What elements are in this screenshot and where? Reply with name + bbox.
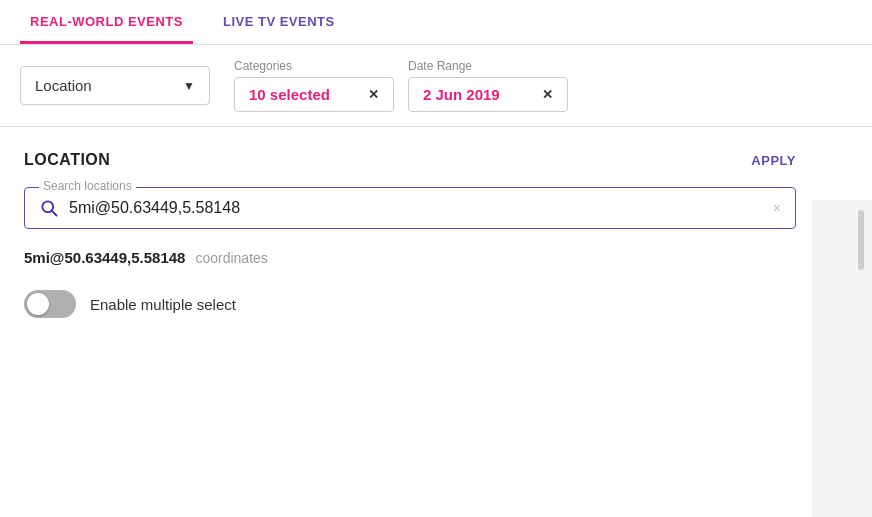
categories-filter-box[interactable]: 10 selected ✕ <box>234 77 394 112</box>
date-range-filter-box[interactable]: 2 Jun 2019 ✕ <box>408 77 568 112</box>
coord-value: 5mi@50.63449,5.58148 <box>24 249 185 266</box>
location-panel: LOCATION APPLY Search locations × 5mi@50… <box>0 127 820 338</box>
toggle-thumb <box>27 293 49 315</box>
scrollbar-thumb[interactable] <box>858 210 864 270</box>
svg-line-1 <box>52 211 57 216</box>
filter-row: Location ▼ Categories 10 selected ✕ Date… <box>0 45 872 127</box>
tabs-bar: Real-World Events Live TV Events <box>0 0 872 45</box>
right-scroll-area <box>812 200 872 517</box>
date-range-clear-icon[interactable]: ✕ <box>542 87 553 102</box>
multiple-select-label: Enable multiple select <box>90 296 236 313</box>
multiple-select-toggle-row: Enable multiple select <box>24 290 796 318</box>
date-range-filter-group: Date Range 2 Jun 2019 ✕ <box>408 59 568 112</box>
search-input-row: × <box>25 188 795 228</box>
location-panel-header: LOCATION APPLY <box>24 151 796 169</box>
tab-real-world-events[interactable]: Real-World Events <box>20 0 193 44</box>
search-clear-icon[interactable]: × <box>773 200 781 216</box>
apply-button[interactable]: APPLY <box>751 153 796 168</box>
location-panel-title: LOCATION <box>24 151 110 169</box>
coord-label: coordinates <box>195 250 267 266</box>
multiple-select-toggle[interactable] <box>24 290 76 318</box>
categories-filter-group: Categories 10 selected ✕ <box>234 59 394 112</box>
tab-live-tv-events[interactable]: Live TV Events <box>213 0 345 44</box>
coordinates-result: 5mi@50.63449,5.58148 coordinates <box>24 249 796 266</box>
categories-filter-label: Categories <box>234 59 394 73</box>
search-input[interactable] <box>69 199 763 217</box>
date-range-filter-label: Date Range <box>408 59 568 73</box>
search-locations-wrapper: Search locations × <box>24 187 796 229</box>
location-dropdown[interactable]: Location ▼ <box>20 66 210 105</box>
search-icon <box>39 198 59 218</box>
chevron-down-icon: ▼ <box>183 79 195 93</box>
location-dropdown-label: Location <box>35 77 175 94</box>
categories-selected-value: 10 selected <box>249 86 356 103</box>
search-locations-label: Search locations <box>39 179 136 193</box>
date-range-value: 2 Jun 2019 <box>423 86 530 103</box>
categories-clear-icon[interactable]: ✕ <box>368 87 379 102</box>
